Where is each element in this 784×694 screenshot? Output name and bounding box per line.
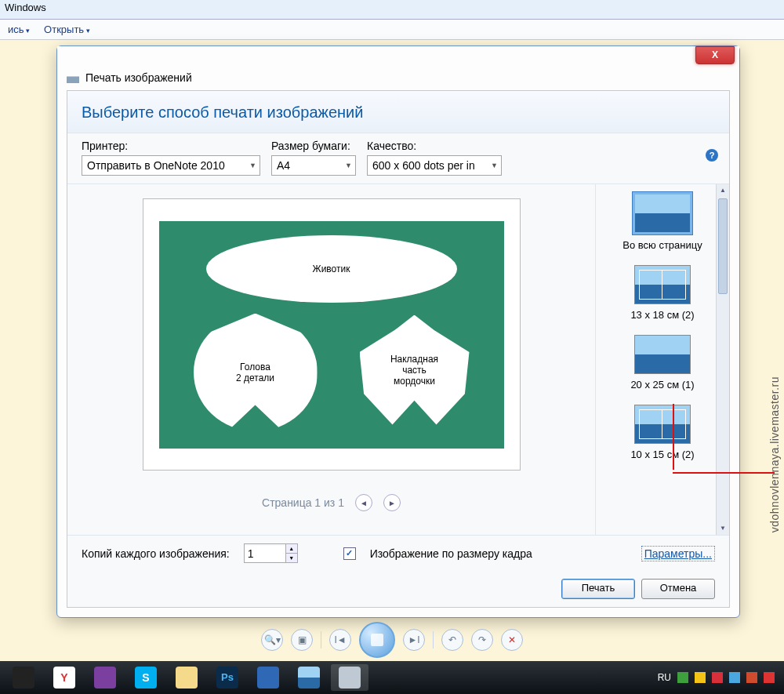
- preview-area: Животик Голова 2 детали Накладная часть …: [67, 184, 729, 535]
- fit-screen-icon[interactable]: ▣: [291, 629, 313, 651]
- chevron-down-icon: ▼: [345, 162, 352, 169]
- copies-spinner[interactable]: ▲ ▼: [244, 543, 298, 563]
- printer-icon: [67, 72, 79, 83]
- print-button[interactable]: Печать: [561, 579, 635, 599]
- parameters-link[interactable]: Параметры...: [641, 546, 715, 561]
- rotate-left-icon[interactable]: ↶: [441, 629, 463, 651]
- zoom-icon[interactable]: 🔍▾: [261, 629, 283, 651]
- menu-item[interactable]: Открыть: [44, 24, 90, 35]
- dialog-titlebar: X: [57, 46, 739, 65]
- fit-label: Изображение по размеру кадра: [370, 547, 532, 560]
- layout-thumb-icon: [634, 405, 691, 444]
- taskbar-snip[interactable]: [249, 664, 287, 691]
- taskbar-onenote[interactable]: [86, 664, 124, 691]
- layout-20x25[interactable]: 20 x 25 см (1): [612, 335, 713, 391]
- layout-10x15[interactable]: 10 x 15 см (2): [612, 405, 713, 460]
- layout-thumb-icon: [634, 265, 691, 304]
- cancel-button[interactable]: Отмена: [641, 579, 715, 599]
- photo-viewer-toolbar: 🔍▾ ▣ I◄ ►I ↶ ↷ ✕: [0, 624, 784, 656]
- copies-row: Копий каждого изображения: ▲ ▼ ✓ Изображ…: [67, 535, 729, 571]
- slideshow-button[interactable]: [359, 622, 395, 658]
- pattern-head: Голова 2 детали: [194, 314, 318, 431]
- system-tray: RU: [658, 672, 779, 683]
- window-menu: ись Открыть: [0, 20, 784, 40]
- taskbar-explorer[interactable]: [168, 664, 205, 691]
- scroll-thumb[interactable]: [718, 198, 728, 294]
- layout-label: 13 x 18 см (2): [612, 309, 713, 321]
- paper-value: A4: [277, 159, 290, 172]
- prev-page-button[interactable]: ◄: [355, 494, 372, 511]
- dialog-title: Печать изображений: [85, 71, 192, 84]
- print-dialog: X Печать изображений Выберите способ печ…: [56, 45, 740, 618]
- taskbar-photo-viewer[interactable]: [290, 664, 328, 691]
- taskbar-skype[interactable]: S: [127, 664, 165, 691]
- chevron-down-icon: ▼: [491, 162, 498, 169]
- dialog-buttons: Печать Отмена: [67, 571, 729, 607]
- printer-label: Принтер:: [82, 140, 260, 152]
- tray-avira-icon[interactable]: [712, 672, 723, 683]
- scroll-up-icon[interactable]: ▲: [717, 184, 729, 197]
- watermark: vdohnovlennaya.livemaster.ru: [768, 376, 781, 532]
- spin-up-icon[interactable]: ▲: [285, 544, 297, 554]
- pattern-image: Животик Голова 2 детали Накладная часть …: [159, 221, 504, 449]
- tray-icon[interactable]: [695, 672, 706, 683]
- paper-label: Размер бумаги:: [271, 140, 356, 152]
- pattern-muzzle: Накладная часть мордочки: [360, 315, 470, 425]
- delete-icon[interactable]: ✕: [501, 629, 523, 651]
- quality-value: 600 x 600 dots per in: [372, 159, 475, 172]
- tray-icon[interactable]: [677, 672, 688, 683]
- last-button[interactable]: ►I: [403, 629, 425, 651]
- printer-value: Отправить в OneNote 2010: [87, 159, 225, 172]
- annotation-mark: [673, 404, 677, 470]
- dialog-caption: Печать изображений: [57, 65, 739, 90]
- taskbar-photoshop[interactable]: Ps: [209, 664, 246, 691]
- page-preview: Животик Голова 2 детали Накладная часть …: [67, 184, 595, 535]
- copies-label: Копий каждого изображения:: [82, 547, 230, 560]
- copies-input[interactable]: [245, 546, 285, 561]
- layout-list: Во всю страницу 13 x 18 см (2) 20 x 25 с…: [595, 184, 729, 535]
- dialog-body: Выберите способ печати изображений Принт…: [67, 90, 730, 608]
- rotate-right-icon[interactable]: ↷: [471, 629, 493, 651]
- tray-adobe-icon[interactable]: [764, 672, 775, 683]
- layout-scrollbar[interactable]: ▲ ▼: [716, 184, 729, 535]
- paper-select[interactable]: A4 ▼: [271, 155, 356, 176]
- layout-label: Во всю страницу: [612, 239, 713, 251]
- taskbar-camera[interactable]: [5, 664, 42, 691]
- print-options: Принтер: Отправить в OneNote 2010 ▼ Разм…: [67, 133, 729, 184]
- printer-select[interactable]: Отправить в OneNote 2010 ▼: [82, 155, 260, 176]
- language-indicator[interactable]: RU: [658, 672, 671, 683]
- page-counter-text: Страница 1 из 1: [262, 496, 344, 509]
- page-counter: Страница 1 из 1 ◄ ►: [262, 494, 401, 511]
- window-title: Windows: [0, 0, 784, 20]
- scroll-down-icon[interactable]: ▼: [717, 522, 729, 535]
- dialog-heading: Выберите способ печати изображений: [67, 91, 729, 133]
- layout-13x18[interactable]: 13 x 18 см (2): [612, 265, 713, 321]
- next-page-button[interactable]: ►: [383, 494, 401, 511]
- tray-icon[interactable]: [746, 672, 757, 683]
- tray-icon[interactable]: [729, 672, 740, 683]
- layout-label: 20 x 25 см (1): [612, 379, 713, 391]
- annotation-mark: [673, 470, 775, 474]
- first-button[interactable]: I◄: [329, 629, 351, 651]
- separator: [321, 631, 321, 649]
- layout-full-page[interactable]: Во всю страницу: [612, 192, 713, 251]
- pattern-belly: Животик: [206, 235, 457, 303]
- taskbar: Y S Ps RU: [0, 661, 784, 694]
- quality-select[interactable]: 600 x 600 dots per in ▼: [367, 155, 502, 176]
- close-button[interactable]: X: [695, 46, 735, 64]
- taskbar-yandex[interactable]: Y: [45, 664, 83, 691]
- layout-thumb-icon: [633, 192, 692, 234]
- chevron-down-icon: ▼: [249, 162, 256, 169]
- separator: [433, 631, 434, 649]
- taskbar-print[interactable]: [331, 664, 368, 691]
- quality-label: Качество:: [367, 140, 502, 152]
- spin-down-icon[interactable]: ▼: [285, 554, 297, 562]
- fit-checkbox[interactable]: ✓: [343, 547, 356, 560]
- page-thumbnail: Животик Голова 2 детали Накладная часть …: [143, 198, 521, 471]
- menu-item[interactable]: ись: [8, 24, 30, 35]
- layout-label: 10 x 15 см (2): [612, 449, 713, 460]
- layout-thumb-icon: [634, 335, 691, 374]
- help-icon[interactable]: ?: [706, 149, 718, 162]
- svg-rect-0: [371, 634, 383, 646]
